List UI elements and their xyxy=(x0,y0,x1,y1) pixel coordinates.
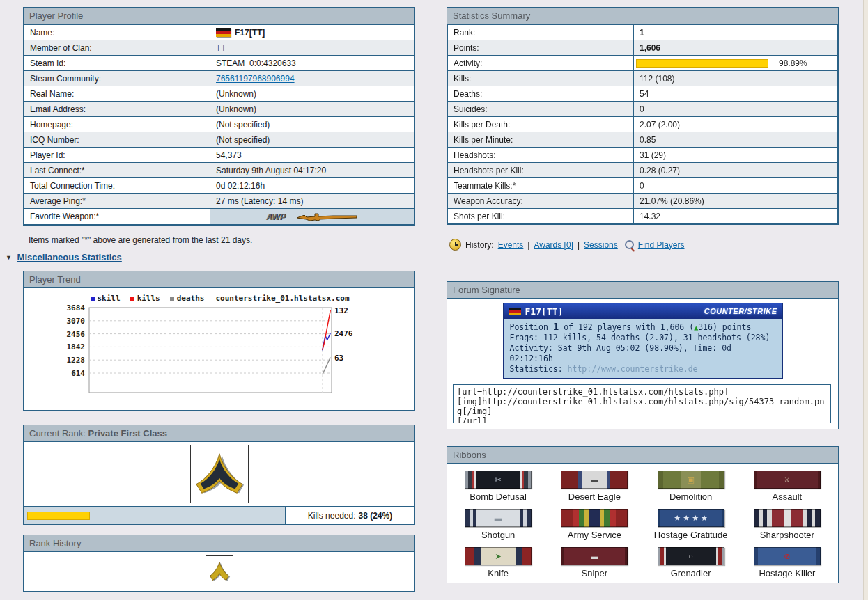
miscellaneous-statistics-link[interactable]: Miscellaneous Statistics xyxy=(17,252,122,262)
svg-text:614: 614 xyxy=(71,369,85,378)
legend-swatch-icon xyxy=(91,297,95,301)
ribbon-glyph: ○ xyxy=(688,553,693,560)
row-value: 27 ms (Latency: 14 ms) xyxy=(210,194,414,209)
ribbon-glyph: ▣ xyxy=(687,476,694,484)
svg-text:2456: 2456 xyxy=(66,330,85,339)
knife-ribbon-icon: ➤ xyxy=(465,547,532,565)
history-row: History: Events|Awards [0]|Sessions Find… xyxy=(449,239,839,251)
stat-row: Headshots:31 (29) xyxy=(448,148,838,163)
row-label: Kills per Death: xyxy=(448,117,634,132)
hostage-killer-ribbon-icon: ⊘ xyxy=(754,547,821,565)
profile-row: Player Id:54,373 xyxy=(24,148,414,163)
player-profile-panel: Player Profile Name:F17[TT]Member of Cla… xyxy=(23,7,415,226)
rank-progress-track xyxy=(24,507,285,524)
row-value: 0.28 (0.27) xyxy=(634,163,838,178)
kills-needed-label: Kills needed: xyxy=(308,511,356,521)
row-value: AWP xyxy=(210,209,414,225)
chart-title: counterstrike_01.hlstatsx.com xyxy=(216,294,350,303)
chevron-down-icon: ▼ xyxy=(6,254,12,261)
stat-row: Rank:1 xyxy=(448,25,838,40)
hlstatsx-player-page: Player Profile Name:F17[TT]Member of Cla… xyxy=(0,0,868,600)
current-rank-body xyxy=(24,442,414,506)
row-label: Homepage: xyxy=(24,117,210,132)
ribbon-item: ✂Bomb Defusal xyxy=(450,471,546,502)
profile-row: Total Connection Time:0d 02:12:16h xyxy=(24,178,414,194)
ribbon-glyph: ✂ xyxy=(495,476,502,484)
stat-row: Suicides:0 xyxy=(448,102,838,117)
profile-row: Steam Id:STEAM_0:0:4320633 xyxy=(24,56,414,71)
signature-line-4: Statistics: http://www.counterstrike.de xyxy=(510,364,776,374)
profile-row: Average Ping:*27 ms (Latency: 14 ms) xyxy=(24,194,414,209)
row-value: 98.89% xyxy=(634,56,838,71)
player-name-value: F17[TT] xyxy=(235,28,265,38)
history-label: History: xyxy=(465,240,494,250)
profile-row: Email Address:(Unknown) xyxy=(24,102,414,117)
player-trend-header: Player Trend xyxy=(24,271,414,288)
row-value: STEAM_0:0:4320633 xyxy=(210,56,414,71)
ribbon-item: ▬Sniper xyxy=(546,547,642,578)
row-value: 0 xyxy=(634,102,838,117)
ribbon-item: ⚔Assault xyxy=(739,471,835,502)
row-label: Suicides: xyxy=(448,102,634,117)
player-profile-header: Player Profile xyxy=(24,8,414,24)
row-label: Weapon Accuracy: xyxy=(448,194,634,209)
signature-bbcode-textarea[interactable]: [url=http://counterstrike_01.hlstatsx.co… xyxy=(453,384,831,423)
row-value: 21.07% (20.86%) xyxy=(634,194,838,209)
svg-text:63: 63 xyxy=(334,354,343,363)
stat-row: Kills per Minute:0.85 xyxy=(448,132,838,148)
ribbon-item: ○Grenadier xyxy=(643,547,739,578)
sharpshooter-ribbon-icon xyxy=(754,509,821,527)
history-links: Events|Awards [0]|Sessions xyxy=(498,240,618,250)
profile-row: Homepage:(Not specified) xyxy=(24,117,414,132)
profile-row: Favorite Weapon:*AWP xyxy=(24,209,414,225)
row-value: (Unknown) xyxy=(210,102,414,117)
ribbon-glyph: ▬ xyxy=(591,553,598,560)
right-column: Statistics Summary Rank:1Points:1,606Act… xyxy=(447,7,839,583)
row-value: (Not specified) xyxy=(210,132,414,148)
legend-item-deaths: deaths xyxy=(170,294,205,303)
row-value: 112 (108) xyxy=(634,71,838,86)
row-label: Kills per Minute: xyxy=(448,132,634,148)
left-column: Player Profile Name:F17[TT]Member of Cla… xyxy=(23,7,415,592)
stat-row: Kills:112 (108) xyxy=(448,71,838,86)
ribbon-label: Grenadier xyxy=(671,568,711,578)
row-value-link[interactable]: TT xyxy=(216,43,226,53)
demolition-ribbon-icon: ▣ xyxy=(658,471,724,489)
row-value: 1 xyxy=(634,25,838,40)
ribbon-label: Assault xyxy=(773,491,803,502)
misc-statistics-row: ▼ Miscellaneous Statistics xyxy=(6,252,415,262)
ribbon-glyph: ⚔ xyxy=(784,476,791,484)
row-label: ICQ Number: xyxy=(24,132,210,148)
kills-needed-value: 38 (24%) xyxy=(359,511,393,521)
activity-progress-bar xyxy=(636,59,768,68)
pfc-chevron-icon xyxy=(192,447,247,501)
row-value: 0 xyxy=(634,178,838,194)
ribbon-label: Sniper xyxy=(582,568,608,578)
ribbon-glyph: ★ ★ ★ ★ xyxy=(674,514,708,522)
bomb-defusal-ribbon-icon: ✂ xyxy=(465,471,532,489)
stat-row: Points:1,606 xyxy=(448,40,838,56)
row-value: F17[TT] xyxy=(210,25,414,40)
profile-row: Steam Community:76561197968906994 xyxy=(24,71,414,86)
rank-history-header: Rank History xyxy=(24,535,414,552)
history-link-awards-0-[interactable]: Awards [0] xyxy=(534,240,573,250)
ribbon-label: Hostage Killer xyxy=(759,568,815,578)
row-value: Saturday 9th August 04:17:20 xyxy=(210,163,414,178)
find-players-link[interactable]: Find Players xyxy=(638,240,685,250)
player-trend-panel: Player Trend skillkillsdeaths counterstr… xyxy=(23,271,415,411)
stat-row: Deaths:54 xyxy=(448,86,838,102)
ribbon-glyph: ▬ xyxy=(495,514,502,522)
row-value: (Unknown) xyxy=(210,86,414,102)
ribbon-item: ▣Demolition xyxy=(643,471,739,502)
signature-line-3: Activity: Sat 9th Aug 05:02 (98.90%), Ti… xyxy=(510,343,776,364)
ribbon-label: Hostage Gratitude xyxy=(654,530,728,540)
rank-history-panel: Rank History xyxy=(23,535,415,592)
activity-percent: 98.89% xyxy=(773,56,837,70)
row-value: (Not specified) xyxy=(210,117,414,132)
ribbon-item: ▬Desert Eagle xyxy=(546,471,642,502)
ribbon-label: Demolition xyxy=(669,491,712,502)
history-link-sessions[interactable]: Sessions xyxy=(584,240,618,250)
separator: | xyxy=(527,240,529,250)
row-value-link[interactable]: 76561197968906994 xyxy=(216,74,295,84)
history-link-events[interactable]: Events xyxy=(498,240,524,250)
